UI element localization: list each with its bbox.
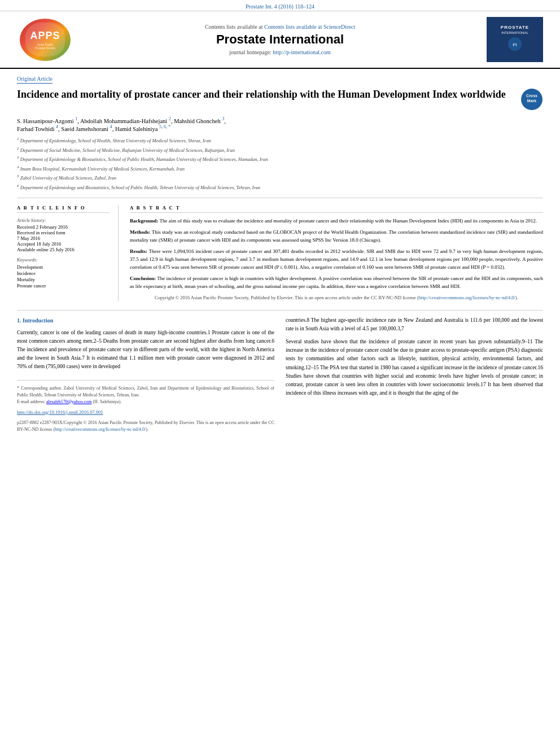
- online-date: Available online 25 July 2016: [17, 247, 110, 252]
- contents-available: Contents lists available at Contents lis…: [85, 24, 475, 30]
- received-date: Received 2 February 2016: [17, 224, 110, 230]
- journal-ref: Prostate Int. 4 (2016) 118–124: [246, 3, 314, 10]
- article-history-group: Article history: Received 2 February 201…: [17, 217, 110, 252]
- affiliations-block: 1 Department of Epidemiology, School of …: [17, 136, 543, 198]
- keyword-1: Development: [17, 264, 110, 270]
- article-type-label: Original Article: [17, 76, 53, 84]
- abstract-methods: Methods: This study was an ecological st…: [130, 229, 543, 244]
- bottom-bar: p2287-8882 e2287-903X/Copyright © 2016 A…: [17, 420, 274, 433]
- article-title-block: Incidence and mortality of prostate canc…: [17, 88, 543, 111]
- article-info-panel: A R T I C L E I N F O Article history: R…: [17, 205, 119, 301]
- journal-header: APPS Asian PacificProstate Society Conte…: [0, 11, 560, 69]
- methods-text: This study was an ecological study condu…: [130, 229, 543, 243]
- section-divider: [17, 310, 543, 311]
- conclusion-label: Conclusion:: [130, 276, 156, 281]
- footnotes: * Corresponding author. Zabol University…: [17, 380, 274, 405]
- accepted-date: Accepted 18 July 2016: [17, 241, 110, 247]
- background-text: The aim of this study was to evaluate th…: [159, 218, 537, 224]
- keywords-label: Keywords:: [17, 257, 110, 263]
- email-link[interactable]: alesaleh170@yahoo.com: [46, 399, 91, 404]
- affiliation-2: 2 Department of Social Medicine, School …: [17, 146, 543, 154]
- affiliation-3: 3 Department of Epidemiology & Biostatis…: [17, 155, 543, 163]
- authors-line: S. Hassanipour-Azgomi 1, Abdollah Mohamm…: [17, 116, 543, 132]
- intro-heading: 1. Introduction: [17, 316, 274, 325]
- svg-text:Mark: Mark: [527, 99, 536, 103]
- keywords-group: Keywords: Development Incidence Mortalit…: [17, 257, 110, 289]
- results-text: There were 1,094,916 incident cases of p…: [130, 248, 543, 270]
- intro-p2: countries.8 The highest age-specific inc…: [286, 316, 543, 333]
- revised-date: 7 May 2016: [17, 235, 110, 241]
- methods-label: Methods:: [130, 229, 151, 235]
- main-content: Original Article Incidence and mortality…: [0, 69, 560, 433]
- intro-col1-text: Currently, cancer is one of the leading …: [17, 329, 274, 372]
- svg-text:Cross: Cross: [526, 94, 537, 98]
- history-label: Article history:: [17, 217, 110, 223]
- keyword-2: Incidence: [17, 270, 110, 276]
- email-label: E-mail address:: [17, 399, 45, 404]
- keyword-3: Mortality: [17, 277, 110, 282]
- email-note: E-mail address: alesaleh170@yahoo.com (H…: [17, 399, 274, 405]
- keyword-4: Prostate cancer: [17, 283, 110, 289]
- corresponding-note: * Corresponding author. Zabol University…: [17, 385, 274, 399]
- journal-homepage: journal homepage: http://p-international…: [85, 49, 475, 55]
- abstract-text: Background: The aim of this study was to…: [130, 217, 543, 301]
- affiliation-1: 1 Department of Epidemiology, School of …: [17, 136, 543, 145]
- intro-p3: Several studies have shown that the inci…: [286, 338, 543, 397]
- affiliation-6: 6 Department of Epidemiology and Biostat…: [17, 183, 543, 191]
- prostate-international-logo: PROSTATE INTERNATIONAL PI: [487, 17, 543, 62]
- homepage-link[interactable]: http://p-international.com: [273, 49, 330, 55]
- abstract-background: Background: The aim of this study was to…: [130, 217, 543, 225]
- affiliation-5: 5 Zabol University of Medical Sciences, …: [17, 173, 543, 182]
- conclusion-text: The incidence of prostate cancer is high…: [130, 276, 543, 289]
- abstract-results: Results: There were 1,094,916 incident c…: [130, 248, 543, 272]
- svg-text:PI: PI: [513, 42, 517, 47]
- apps-text: APPS: [30, 30, 60, 42]
- article-title: Incidence and mortality of prostate canc…: [17, 88, 506, 101]
- introduction-section: 1. Introduction Currently, cancer is one…: [17, 316, 543, 434]
- article-info-title: A R T I C L E I N F O: [17, 205, 110, 213]
- revised-label: Received in revised form: [17, 230, 110, 235]
- doi-line[interactable]: http://dx.doi.org/10.1016/j.prnil.2016.0…: [17, 409, 274, 417]
- abstract-copyright: Copyright © 2016 Asian Pacific Prostate …: [130, 294, 543, 302]
- background-label: Background:: [130, 218, 158, 224]
- abstract-panel: A B S T R A C T Background: The aim of t…: [130, 205, 543, 301]
- intro-col-right: countries.8 The highest age-specific inc…: [286, 316, 543, 434]
- journal-name: Prostate International: [85, 32, 475, 47]
- sciencedirect-link[interactable]: Contents lists available at ScienceDirec…: [264, 24, 355, 30]
- journal-cover-image: PI: [498, 34, 532, 54]
- intro-p1: Currently, cancer is one of the leading …: [17, 329, 274, 372]
- apps-logo-container: APPS Asian PacificProstate Society: [17, 17, 73, 62]
- intro-col2-text: countries.8 The highest age-specific inc…: [286, 316, 543, 398]
- crossmark-badge[interactable]: Cross Mark: [520, 88, 543, 111]
- affiliation-4: 4 Imam Reza Hospital, Kermanshah Univers…: [17, 164, 543, 173]
- apps-logo: APPS Asian PacificProstate Society: [20, 19, 71, 61]
- abstract-conclusion: Conclusion: The incidence of prostate ca…: [130, 275, 543, 291]
- bottom-cc-link[interactable]: http://creativecommons.org/licenses/by-n…: [55, 427, 146, 432]
- apps-subtext: Asian PacificProstate Society: [35, 43, 55, 50]
- results-label: Results:: [130, 248, 147, 254]
- info-abstract-section: A R T I C L E I N F O Article history: R…: [17, 205, 543, 301]
- journal-ref-bar: Prostate Int. 4 (2016) 118–124: [0, 0, 560, 11]
- abstract-title: A B S T R A C T: [130, 205, 543, 213]
- journal-title-section: Contents lists available at Contents lis…: [73, 24, 487, 55]
- intro-col-left: 1. Introduction Currently, cancer is one…: [17, 316, 274, 434]
- email-suffix: (H. Salehiniya).: [93, 399, 121, 404]
- cc-license-link[interactable]: http://creativecommons.org/licenses/by-n…: [419, 295, 515, 300]
